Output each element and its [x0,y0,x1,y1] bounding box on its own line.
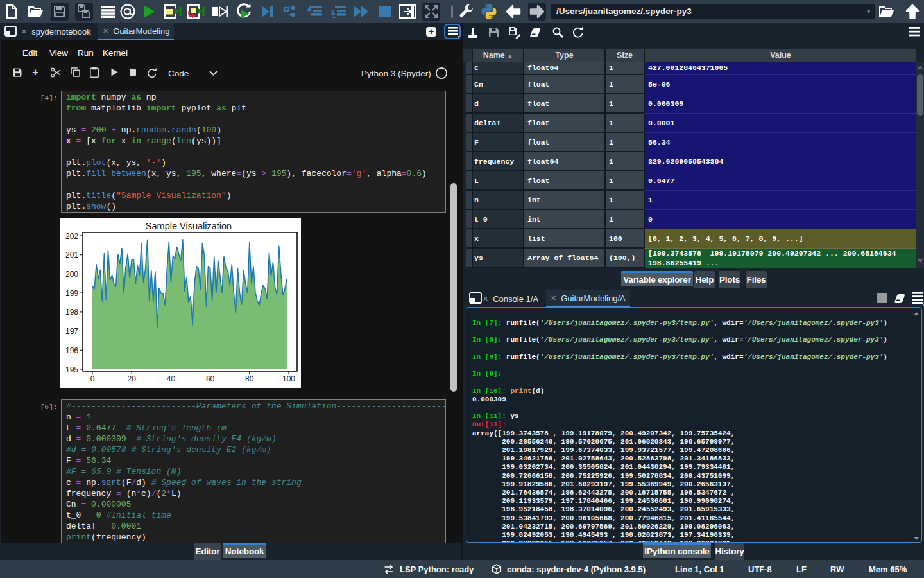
svg-text:196: 196 [65,346,78,355]
svg-text:40: 40 [167,374,176,383]
svg-text:202: 202 [65,232,78,241]
svg-text:201: 201 [65,250,78,259]
svg-text:80: 80 [245,374,254,383]
svg-text:100: 100 [282,374,295,383]
svg-text:199: 199 [65,289,78,298]
svg-text:Sample Visualization: Sample Visualization [146,221,232,231]
svg-text:60: 60 [206,374,215,383]
svg-text:197: 197 [65,327,78,336]
svg-text:195: 195 [65,365,78,374]
svg-text:0: 0 [90,374,95,383]
svg-text:200: 200 [65,270,78,279]
svg-text:198: 198 [65,308,78,317]
svg-text:20: 20 [128,374,137,383]
